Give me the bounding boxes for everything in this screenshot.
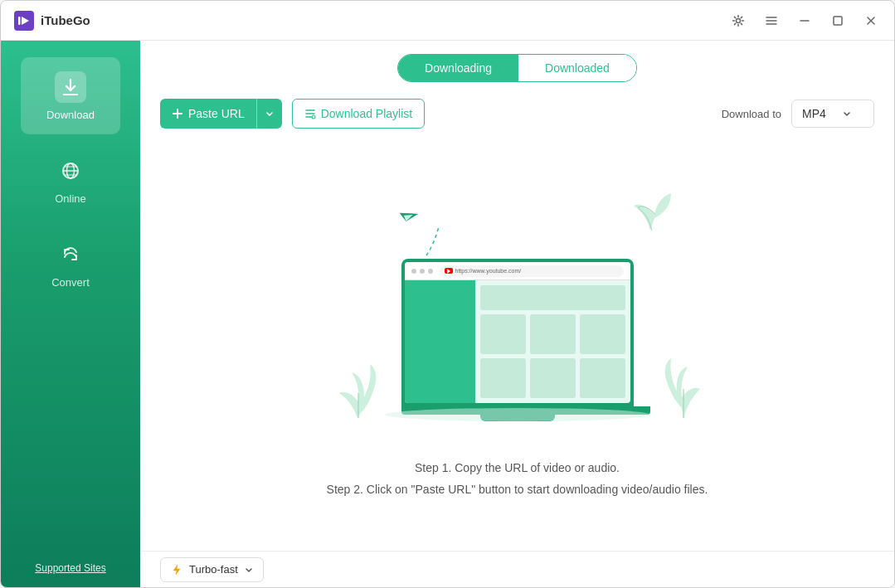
toolbar: Paste URL Download Playlist Downl	[140, 92, 894, 138]
download-icon	[54, 70, 87, 104]
minimize-button[interactable]	[795, 11, 815, 31]
gear-icon	[732, 14, 745, 27]
sidebar: Download Online	[1, 41, 140, 587]
svg-point-3	[737, 18, 741, 22]
turbo-label: Turbo-fast	[189, 563, 238, 576]
plant-right	[659, 343, 708, 421]
download-to-label: Download to	[722, 108, 781, 120]
sidebar-item-online[interactable]: Online	[21, 141, 120, 218]
step2-text: Step 2. Click on "Paste URL" button to s…	[327, 479, 708, 500]
illustration-container: https://www.youtube.com/	[310, 173, 725, 438]
illustration-area: https://www.youtube.com/	[140, 138, 894, 551]
window-controls	[728, 11, 881, 31]
svg-point-14	[385, 408, 650, 421]
paste-url-label: Paste URL	[188, 107, 245, 120]
turbo-fast-button[interactable]: Turbo-fast	[160, 557, 264, 582]
plant-top-right	[625, 189, 675, 234]
format-value: MP4	[802, 107, 826, 120]
step1-text: Step 1. Copy the URL of video or audio.	[327, 458, 708, 479]
playlist-icon	[304, 108, 316, 119]
sidebar-item-download[interactable]: Download	[21, 57, 120, 134]
paste-url-main: Paste URL	[160, 99, 257, 129]
online-icon	[54, 154, 87, 187]
paste-url-button[interactable]: Paste URL	[160, 99, 282, 129]
paste-url-dropdown-arrow[interactable]	[257, 99, 282, 129]
svg-rect-4	[834, 17, 842, 25]
app-title: iTubeGo	[41, 13, 90, 27]
sidebar-footer: Supported Sites	[1, 549, 140, 587]
svg-point-8	[312, 115, 315, 119]
sidebar-convert-label: Convert	[51, 276, 90, 289]
app-logo-icon	[14, 11, 34, 31]
settings-button[interactable]	[728, 11, 748, 31]
svg-rect-2	[18, 17, 21, 25]
plus-icon	[172, 108, 183, 119]
sidebar-download-label: Download	[46, 109, 95, 121]
turbo-dropdown-icon	[245, 566, 253, 574]
footer-bar: Turbo-fast	[140, 551, 894, 587]
plant-left	[335, 352, 381, 421]
format-select[interactable]: MP4	[791, 100, 874, 128]
download-playlist-button[interactable]: Download Playlist	[292, 99, 426, 129]
tab-group: Downloading Downloaded	[397, 54, 637, 82]
menu-button[interactable]	[761, 11, 781, 31]
laptop-illustration: https://www.youtube.com/	[401, 259, 634, 421]
content-area: Downloading Downloaded Paste URL	[140, 41, 894, 587]
maximize-button[interactable]	[828, 11, 848, 31]
steps-text: Step 1. Copy the URL of video or audio. …	[327, 458, 708, 499]
download-playlist-label: Download Playlist	[321, 107, 413, 120]
ground-ellipse	[377, 406, 659, 423]
tab-bar: Downloading Downloaded	[140, 41, 894, 92]
lightning-icon	[171, 564, 182, 576]
title-bar: iTubeGo	[1, 1, 894, 41]
sidebar-online-label: Online	[55, 192, 86, 205]
browser-url: https://www.youtube.com/	[455, 268, 522, 274]
chevron-down-icon	[265, 109, 274, 118]
sidebar-item-convert[interactable]: Convert	[21, 225, 120, 302]
minimize-icon	[798, 14, 811, 27]
main-layout: Download Online	[1, 41, 894, 587]
format-dropdown-icon	[843, 109, 851, 118]
supported-sites-link[interactable]: Supported Sites	[14, 562, 127, 574]
maximize-icon	[831, 14, 844, 27]
menu-icon	[765, 14, 778, 27]
tab-downloaded[interactable]: Downloaded	[518, 55, 636, 81]
tab-downloading[interactable]: Downloading	[398, 55, 518, 81]
app-logo: iTubeGo	[14, 11, 90, 31]
close-icon	[864, 14, 878, 27]
convert-icon	[54, 238, 87, 271]
close-button[interactable]	[861, 11, 881, 31]
